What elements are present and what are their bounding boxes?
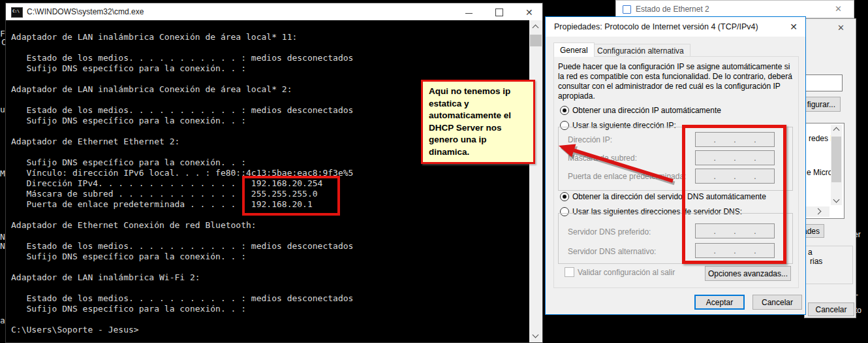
description-text-fragment: rias <box>810 257 822 266</box>
radio-obtain-ip-auto[interactable] <box>560 106 569 115</box>
advanced-options-button[interactable]: Opciones avanzadas... <box>705 266 791 281</box>
close-icon[interactable] <box>837 24 845 32</box>
minimize-icon[interactable] <box>465 13 473 14</box>
close-icon[interactable] <box>525 7 533 18</box>
close-icon[interactable] <box>835 5 842 13</box>
ethernet-status-icon <box>623 5 631 14</box>
maximize-icon[interactable] <box>495 8 503 16</box>
ethernet-status-window: Estado de Ethernet 2 <box>615 0 854 18</box>
scroll-down-icon[interactable] <box>533 332 539 338</box>
scroll-up-icon[interactable] <box>833 127 840 134</box>
validate-checkbox[interactable] <box>565 267 574 277</box>
dialog-title: Propiedades: Protocolo de Internet versi… <box>554 22 758 31</box>
desktop: Fa C ue M N N ar er - cto Estado de Ethe… <box>0 0 868 343</box>
annotation-note: Aqui no tenemos ip estatica y automatica… <box>421 80 535 164</box>
accept-button[interactable]: Aceptar <box>694 295 745 310</box>
scroll-down-icon[interactable] <box>833 197 840 203</box>
dialog-fields-highlight-box <box>682 125 786 264</box>
ethernet-properties-window: figurar... redes M e Micros edades a ria… <box>804 18 856 318</box>
cmd-window-title: C:\WINDOWS\system32\cmd.exe <box>27 7 144 16</box>
checkbox-label: Validar configuración al salir <box>578 268 675 277</box>
field-label: Dirección IP: <box>568 135 612 144</box>
cmd-scrollbar[interactable] <box>529 20 542 342</box>
cancel-button[interactable]: Cancelar <box>808 302 854 316</box>
scroll-up-icon[interactable] <box>533 25 539 31</box>
vertical-scrollbar[interactable] <box>831 125 842 205</box>
description-text: Puede hacer que la configuración IP se a… <box>558 62 793 101</box>
cancel-button[interactable]: Cancelar <box>752 295 802 310</box>
close-icon[interactable] <box>790 22 798 31</box>
cmd-window: C:\WINDOWS\system32\cmd.exe Adaptador de… <box>5 3 543 343</box>
scrollbar-thumb[interactable] <box>530 35 542 46</box>
desktop-text-fragment: N <box>0 232 5 242</box>
radio-obtain-dns-auto[interactable] <box>560 192 569 201</box>
window-title: Estado de Ethernet 2 <box>636 5 709 14</box>
scrollbar-thumb[interactable] <box>831 137 841 182</box>
field-label: Puerta de enlace predeterminada: <box>568 172 686 181</box>
field-label: Servidor DNS alternativo: <box>568 247 656 256</box>
console-ip-highlight-box <box>242 176 340 216</box>
cmd-titlebar[interactable]: C:\WINDOWS\system32\cmd.exe <box>6 3 542 20</box>
desktop-text-fragment: M <box>0 169 5 178</box>
description-text-fragment: a <box>808 248 813 257</box>
cmd-icon <box>11 7 23 18</box>
tab-alternate-config[interactable]: Configuración alternativa <box>591 44 690 57</box>
desktop-text-fragment: N <box>0 241 5 251</box>
field-label: Máscara de subred: <box>568 154 637 163</box>
scroll-right-icon[interactable] <box>815 208 822 215</box>
radio-label: Obtener una dirección IP automáticamente <box>572 106 721 115</box>
tab-general[interactable]: General <box>553 42 595 57</box>
field-label: Servidor DNS preferido: <box>568 227 651 237</box>
dialog-titlebar[interactable]: Propiedades: Protocolo de Internet versi… <box>546 17 805 37</box>
